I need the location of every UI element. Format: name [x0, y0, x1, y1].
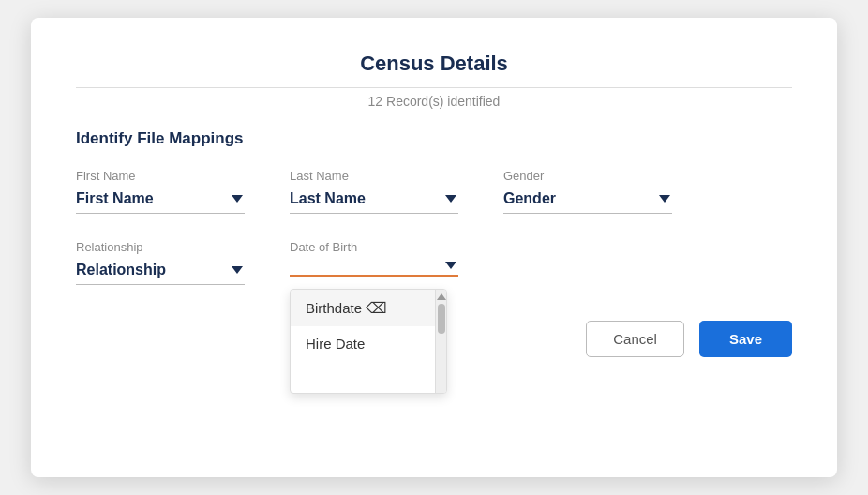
- fields-row-2: Relationship Relationship Date of Birth …: [76, 240, 792, 285]
- modal-title: Census Details: [76, 52, 792, 76]
- dropdown-scroll-area: Birthdate⌫ Hire Date: [291, 290, 446, 393]
- divider: [76, 87, 792, 88]
- label-last-name: Last Name: [290, 169, 458, 183]
- select-relationship[interactable]: Relationship: [76, 258, 245, 285]
- save-button[interactable]: Save: [699, 321, 792, 357]
- field-group-gender: Gender Gender: [503, 169, 672, 214]
- census-details-modal: Census Details 12 Record(s) identified I…: [31, 18, 837, 477]
- dropdown-item-birthdate[interactable]: Birthdate⌫: [291, 290, 435, 326]
- label-relationship: Relationship: [76, 240, 245, 254]
- scrollbar-thumb[interactable]: [438, 304, 445, 334]
- value-last-name: Last Name: [290, 190, 366, 207]
- section-title: Identify File Mappings: [76, 129, 792, 148]
- select-first-name[interactable]: First Name: [76, 187, 245, 214]
- label-gender: Gender: [503, 169, 672, 183]
- scrollbar-up-icon[interactable]: [437, 293, 446, 300]
- chevron-down-icon: [659, 195, 670, 202]
- chevron-down-icon: [445, 262, 456, 269]
- chevron-down-icon: [445, 195, 456, 202]
- cancel-button[interactable]: Cancel: [586, 321, 684, 357]
- field-group-last-name: Last Name Last Name: [290, 169, 458, 214]
- field-group-date-of-birth: Date of Birth Birthdate⌫ Hire Date: [290, 240, 458, 277]
- chevron-down-icon: [232, 266, 243, 274]
- field-group-first-name: First Name First Name: [76, 169, 245, 214]
- date-of-birth-dropdown: Birthdate⌫ Hire Date: [290, 289, 447, 394]
- dropdown-list: Birthdate⌫ Hire Date: [291, 290, 435, 393]
- value-first-name: First Name: [76, 190, 154, 207]
- cursor-icon: ⌫: [366, 299, 387, 317]
- select-last-name[interactable]: Last Name: [290, 187, 458, 214]
- records-count: 12 Record(s) identified: [76, 94, 792, 109]
- dropdown-item-hire-date[interactable]: Hire Date: [291, 326, 435, 361]
- select-date-of-birth[interactable]: [290, 258, 458, 277]
- value-relationship: Relationship: [76, 262, 166, 278]
- dropdown-item-hire-date-label: Hire Date: [306, 336, 365, 352]
- dropdown-item-birthdate-label: Birthdate: [306, 300, 362, 316]
- fields-row-1: First Name First Name Last Name Last Nam…: [76, 169, 792, 214]
- chevron-down-icon: [232, 195, 243, 202]
- label-first-name: First Name: [76, 169, 245, 183]
- label-date-of-birth: Date of Birth: [290, 240, 458, 254]
- dropdown-scrollbar[interactable]: [435, 290, 446, 393]
- value-gender: Gender: [503, 190, 556, 207]
- field-group-relationship: Relationship Relationship: [76, 240, 245, 285]
- select-gender[interactable]: Gender: [503, 187, 672, 214]
